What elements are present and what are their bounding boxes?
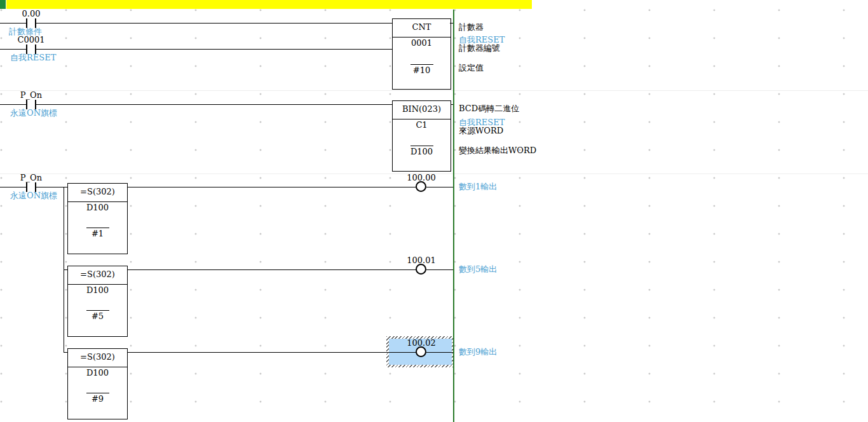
contact-c0001-comment: 自我RESET — [10, 53, 56, 62]
wire — [36, 104, 393, 105]
operand-overline — [86, 228, 109, 228]
section-marker — [0, 0, 6, 9]
right-comment: 設定值 — [459, 64, 484, 72]
block-divider — [393, 119, 451, 119]
wire — [0, 187, 26, 187]
block-divider — [68, 367, 127, 367]
operand-word[interactable]: D100 — [68, 369, 127, 378]
right-bus-bar — [453, 10, 454, 422]
wire — [426, 352, 453, 353]
contact-p-on-2-comment: 永遠ON旗標 — [10, 191, 57, 200]
contact-p-on-2[interactable]: P_On — [12, 174, 50, 182]
right-comment: 計數器 — [459, 23, 484, 32]
instruction-title: BIN(023) — [393, 104, 451, 114]
ladder-editor-view: 0.00 計數條件 C0001 自我RESET CNT 0001 #10 計數器… — [0, 0, 868, 422]
section-header-bar[interactable] — [6, 0, 532, 9]
instruction-title: =S(302) — [68, 352, 127, 362]
contact-c0001[interactable]: C0001 — [12, 36, 50, 44]
cnt-instruction-block[interactable]: CNT 0001 #10 — [392, 18, 451, 90]
operand-constant[interactable]: #1 — [68, 229, 127, 238]
compare-block-2[interactable]: =S(302) D100 #5 — [67, 266, 128, 337]
wire — [127, 352, 416, 353]
wire — [426, 187, 453, 187]
coil-100-01-label: 100.01 — [399, 256, 444, 265]
compare-block-3[interactable]: =S(302) D100 #9 — [67, 348, 128, 419]
wire — [36, 187, 67, 187]
coil-100-00-comment: 數到1輸出 — [459, 182, 497, 191]
instruction-title: CNT — [393, 22, 451, 32]
operand-result-word[interactable]: D100 — [393, 147, 451, 156]
block-divider — [68, 201, 127, 202]
wire — [0, 104, 26, 105]
operand-set-value[interactable]: #10 — [393, 66, 451, 75]
coil-100-01[interactable] — [416, 264, 426, 275]
operand-constant[interactable]: #5 — [68, 312, 127, 321]
operand-overline — [410, 64, 433, 65]
coil-100-01-comment: 數到5輸出 — [459, 265, 497, 274]
right-comment: 計數器編號 — [459, 44, 500, 53]
wire — [426, 269, 453, 270]
operand-word[interactable]: D100 — [68, 286, 127, 295]
rung-separator — [0, 90, 868, 91]
right-comment: 變換結果輸出WORD — [459, 146, 536, 155]
operand-counter-number[interactable]: 0001 — [393, 39, 451, 48]
instruction-title: =S(302) — [68, 269, 127, 279]
contact-p-on-comment: 永遠ON旗標 — [10, 109, 57, 118]
coil-100-02[interactable] — [416, 346, 426, 357]
operand-source-word[interactable]: C1 — [393, 121, 451, 130]
wire — [36, 23, 393, 24]
wire — [127, 187, 416, 187]
contact-0-00[interactable]: 0.00 — [12, 10, 50, 18]
instruction-title: =S(302) — [68, 187, 127, 196]
coil-100-00[interactable] — [416, 181, 426, 192]
coil-100-02-comment: 數到9輸出 — [459, 348, 497, 357]
bin-instruction-block[interactable]: BIN(023) C1 D100 — [392, 100, 451, 172]
wire — [127, 269, 416, 270]
wire — [0, 23, 26, 24]
operand-word[interactable]: D100 — [68, 203, 127, 212]
coil-100-00-label: 100.00 — [399, 174, 444, 182]
operand-overline — [86, 310, 109, 311]
contact-p-on[interactable]: P_On — [12, 91, 50, 100]
right-comment: BCD碼轉二進位 — [459, 104, 519, 113]
coil-100-02-label: 100.02 — [399, 339, 444, 348]
block-divider — [393, 37, 451, 37]
right-comment: 來源WORD — [459, 126, 503, 135]
operand-overline — [86, 393, 109, 393]
compare-block-1[interactable]: =S(302) D100 #1 — [67, 183, 128, 254]
block-divider — [68, 284, 127, 285]
operand-constant[interactable]: #9 — [68, 395, 127, 404]
operand-overline — [410, 146, 433, 146]
wire — [0, 49, 26, 50]
wire — [36, 49, 393, 50]
